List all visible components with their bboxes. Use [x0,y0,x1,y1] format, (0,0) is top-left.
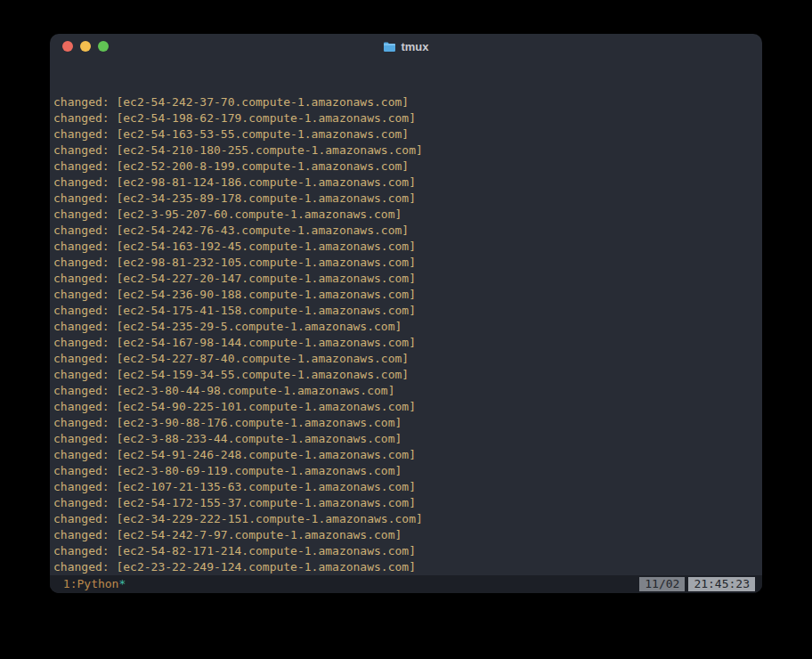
output-line: changed: [ec2-34-235-89-178.compute-1.am… [53,191,759,207]
output-line: changed: [ec2-3-80-44-98.compute-1.amazo… [53,383,759,399]
output-line: changed: [ec2-54-172-155-37.compute-1.am… [53,495,759,511]
terminal-window: tmux changed: [ec2-54-242-37-70.compute-… [50,34,762,593]
folder-icon [383,41,396,53]
output-line: changed: [ec2-54-167-98-144.compute-1.am… [53,335,759,351]
output-line: changed: [ec2-34-229-222-151.compute-1.a… [53,511,759,527]
output-line: changed: [ec2-54-175-41-158.compute-1.am… [53,303,759,319]
tmux-activity-flag: * [118,577,126,590]
terminal-output[interactable]: changed: [ec2-54-242-37-70.compute-1.ama… [50,59,762,575]
tmux-window-tab[interactable]: 1:Python* [56,575,126,593]
status-time: 21:45:23 [688,577,755,591]
output-line: changed: [ec2-54-159-34-55.compute-1.ama… [53,367,759,383]
output-line: changed: [ec2-107-21-135-63.compute-1.am… [53,479,759,495]
close-button[interactable] [62,41,73,52]
output-line: changed: [ec2-3-88-233-44.compute-1.amaz… [53,431,759,447]
minimize-button[interactable] [80,41,91,52]
output-line: changed: [ec2-54-91-246-248.compute-1.am… [53,447,759,463]
window-title: tmux [401,40,428,53]
output-line: changed: [ec2-54-242-37-70.compute-1.ama… [53,94,759,110]
title-bar[interactable]: tmux [50,34,762,59]
traffic-lights [62,34,109,59]
output-line: changed: [ec2-54-242-7-97.compute-1.amaz… [53,527,759,543]
output-line: changed: [ec2-54-163-53-55.compute-1.ama… [53,126,759,142]
window-title-group: tmux [383,40,428,53]
output-line: changed: [ec2-54-235-29-5.compute-1.amaz… [53,319,759,335]
output-line: changed: [ec2-3-95-207-60.compute-1.amaz… [53,207,759,223]
zoom-button[interactable] [98,41,109,52]
output-line: changed: [ec2-54-90-225-101.compute-1.am… [53,399,759,415]
output-line: changed: [ec2-23-22-249-124.compute-1.am… [53,559,759,575]
tmux-status-bar: 1:Python* 11/02 21:45:23 [50,575,762,593]
status-right-group: 11/02 21:45:23 [639,577,755,591]
output-line: changed: [ec2-54-227-20-147.compute-1.am… [53,271,759,287]
output-line: changed: [ec2-54-227-87-40.compute-1.ama… [53,351,759,367]
output-line: changed: [ec2-3-90-88-176.compute-1.amaz… [53,415,759,431]
tmux-window-label: 1:Python [56,577,118,590]
output-line: changed: [ec2-98-81-124-186.compute-1.am… [53,175,759,191]
output-line: changed: [ec2-54-198-62-179.compute-1.am… [53,110,759,126]
output-line: changed: [ec2-54-236-90-188.compute-1.am… [53,287,759,303]
output-line: changed: [ec2-52-200-8-199.compute-1.ama… [53,159,759,175]
output-line: changed: [ec2-54-82-171-214.compute-1.am… [53,543,759,559]
output-line: changed: [ec2-54-210-180-255.compute-1.a… [53,142,759,159]
output-line: changed: [ec2-54-242-76-43.compute-1.ama… [53,223,759,239]
output-line: changed: [ec2-3-80-69-119.compute-1.amaz… [53,463,759,479]
output-line: changed: [ec2-98-81-232-105.compute-1.am… [53,255,759,271]
status-date: 11/02 [639,577,685,591]
output-lines: changed: [ec2-54-242-37-70.compute-1.ama… [53,94,759,575]
output-line: changed: [ec2-54-163-192-45.compute-1.am… [53,239,759,255]
